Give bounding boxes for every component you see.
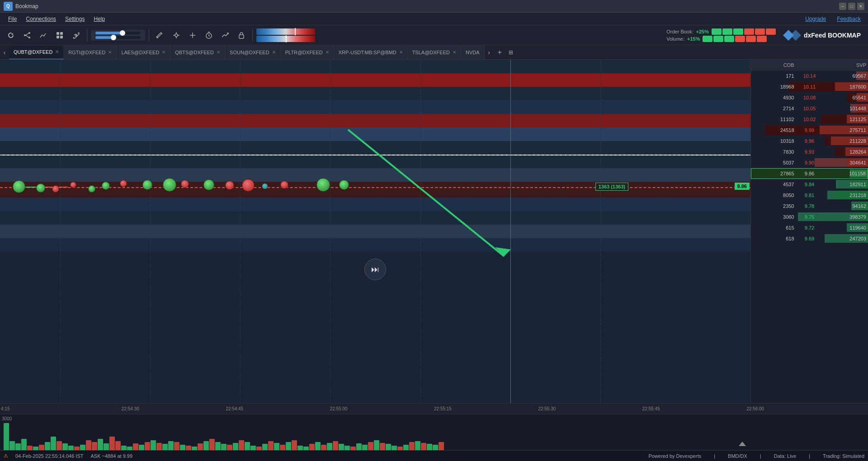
ob-svp-9.81: 231218 bbox=[823, 193, 868, 198]
chart-area[interactable]: 9.86 1363 (1363) bbox=[0, 60, 750, 403]
color-bar-top[interactable] bbox=[256, 28, 315, 35]
menu-help[interactable]: Help bbox=[89, 14, 109, 24]
vol-bar-65 bbox=[386, 444, 391, 450]
feedback-button[interactable]: Feedback bbox=[833, 14, 864, 24]
play-icon: ⏭ bbox=[371, 265, 379, 274]
vol-bar-71 bbox=[421, 443, 426, 450]
tab-qbts[interactable]: QBTS@DXFEED ✕ bbox=[170, 45, 225, 60]
tab-soun-close[interactable]: ✕ bbox=[272, 50, 276, 55]
tab-tsla[interactable]: TSLA@DXFEED ✕ bbox=[408, 45, 461, 60]
trade-dot-4 bbox=[70, 182, 76, 188]
ob-svp-9.75: 398379 bbox=[823, 214, 868, 220]
vol-bar-26 bbox=[156, 443, 162, 450]
chart-collapse-btn[interactable] bbox=[738, 441, 747, 448]
vol-bar-25 bbox=[151, 440, 156, 450]
svg-rect-8 bbox=[60, 36, 63, 38]
color-bar-bottom[interactable] bbox=[256, 36, 315, 42]
tab-rgti-close[interactable]: ✕ bbox=[108, 50, 112, 55]
vol-bar-43 bbox=[256, 447, 262, 450]
tab-qbts-close[interactable]: ✕ bbox=[217, 50, 220, 55]
tab-add-btn[interactable]: + bbox=[494, 45, 506, 60]
tab-rgti[interactable]: RGTI@DXFEED ✕ bbox=[64, 45, 117, 60]
slider-track-1[interactable] bbox=[95, 32, 141, 34]
ob-cob-10.14: 171 bbox=[751, 73, 796, 79]
toolbar-layers-btn[interactable] bbox=[52, 28, 67, 42]
tab-qubt[interactable]: QUBT@DXFEED ✕ bbox=[9, 45, 64, 60]
toolbar-crosshair-btn[interactable] bbox=[169, 28, 184, 42]
tab-laes[interactable]: LAES@DXFEED ✕ bbox=[117, 45, 170, 60]
timeline-volume-area: 4:15 22:54:30 22:54:45 22:55:00 22:55:15… bbox=[0, 403, 868, 450]
close-button[interactable]: ✕ bbox=[857, 3, 864, 10]
trade-dot-7 bbox=[120, 180, 127, 187]
time-label-1: 22:54:30 bbox=[122, 406, 139, 411]
ob-cob-9.93: 7830 bbox=[751, 149, 796, 155]
menu-settings[interactable]: Settings bbox=[61, 14, 89, 24]
tab-nvda[interactable]: NVDA bbox=[461, 45, 485, 60]
vol-bar-10 bbox=[62, 443, 68, 450]
trade-dot-3 bbox=[52, 185, 59, 193]
tab-xrp-close[interactable]: ✕ bbox=[399, 50, 403, 55]
ob-svp-9.78: 94162 bbox=[823, 203, 868, 209]
trade-dot-2 bbox=[36, 183, 45, 193]
toolbar-indicator-btn[interactable] bbox=[36, 28, 51, 42]
grid-line-5 bbox=[420, 60, 421, 403]
tab-prev-btn[interactable]: ‹ bbox=[0, 45, 9, 60]
ob-svp-10.08: 65541 bbox=[823, 95, 868, 100]
tab-pltr-close[interactable]: ✕ bbox=[326, 50, 329, 55]
tab-next-btn[interactable]: › bbox=[485, 45, 494, 60]
vol-bar-67 bbox=[397, 447, 403, 450]
tab-soun[interactable]: SOUN@DXFEED ✕ bbox=[225, 45, 281, 60]
toolbar-timer-btn[interactable] bbox=[202, 28, 216, 42]
trade-dot-9 bbox=[163, 178, 176, 192]
minimize-button[interactable]: ─ bbox=[839, 3, 846, 10]
toolbar-draw-btn[interactable] bbox=[153, 28, 167, 42]
upgrade-button[interactable]: Upgrade bbox=[802, 14, 830, 24]
vol-bar-20 bbox=[121, 446, 127, 450]
trade-dot-11 bbox=[203, 179, 214, 190]
toolbar-trend-btn[interactable] bbox=[218, 28, 232, 42]
price-band-9.81 bbox=[0, 211, 750, 225]
vol-bar-69 bbox=[409, 442, 415, 450]
toolbar-reload-btn[interactable] bbox=[4, 28, 18, 42]
status-divider-2: | bbox=[760, 453, 761, 459]
toolbar-sep-1 bbox=[87, 29, 87, 42]
ob-cob-10.02: 11102 bbox=[751, 117, 796, 122]
ob-svp-9.86: 101158 bbox=[823, 171, 868, 176]
app-icon: Q bbox=[4, 2, 13, 11]
status-warning-icon: ⚠ bbox=[4, 453, 8, 459]
toolbar-plus-btn[interactable] bbox=[185, 28, 200, 42]
tab-xrp[interactable]: XRP-USDT:MB:SP@BMD ✕ bbox=[334, 45, 408, 60]
toolbar-lock-btn[interactable] bbox=[234, 28, 249, 42]
color-bar-control[interactable] bbox=[256, 28, 320, 42]
vol-bar-73 bbox=[433, 445, 438, 450]
play-button[interactable]: ⏭ bbox=[364, 259, 386, 280]
slider-track-2[interactable] bbox=[95, 36, 141, 39]
ob-row-10.11: 1896810.11187600 bbox=[751, 81, 868, 92]
menu-file[interactable]: File bbox=[4, 14, 21, 24]
slider-control-1[interactable] bbox=[91, 30, 145, 41]
ob-row-10.02: 1110210.02121125 bbox=[751, 114, 868, 125]
ob-cob-9.90: 5037 bbox=[751, 160, 796, 165]
maximize-button[interactable]: □ bbox=[848, 3, 855, 10]
ob-rows-container: 17110.14695671896810.11187600493010.0865… bbox=[751, 71, 868, 244]
status-trading: Trading: Simulated bbox=[823, 453, 864, 459]
order-book-panel: COB SVP 17110.14695671896810.11187600493… bbox=[750, 60, 868, 403]
ob-cob-9.96: 10318 bbox=[751, 138, 796, 144]
tab-qubt-close[interactable]: ✕ bbox=[55, 49, 59, 54]
dxfeed-text: dxFeed BOOKMAP bbox=[804, 32, 861, 39]
status-bar: ⚠ 04-Feb-2025 22:55:14.046 IST ASK ~4884… bbox=[0, 450, 868, 461]
toolbar-share-btn[interactable] bbox=[20, 28, 34, 42]
ob-price-9.78: 9.78 bbox=[796, 203, 823, 209]
menu-connections[interactable]: Connections bbox=[21, 14, 61, 24]
tab-tsla-close[interactable]: ✕ bbox=[453, 50, 456, 55]
tab-pltr[interactable]: PLTR@DXFEED ✕ bbox=[281, 45, 334, 60]
ob-price-10.14: 10.14 bbox=[796, 73, 823, 79]
tab-laes-close[interactable]: ✕ bbox=[162, 50, 165, 55]
tab-collapse-btn[interactable]: ⊞ bbox=[506, 45, 515, 60]
toolbar-link-btn[interactable] bbox=[69, 28, 83, 42]
toolbar: Order Book: +25% Volume: +15% bbox=[0, 25, 868, 45]
vol-bar-19 bbox=[115, 441, 121, 450]
ob-svp-9.96: 211228 bbox=[823, 138, 868, 144]
price-band-10.14 bbox=[0, 60, 750, 73]
ob-price-10.11: 10.11 bbox=[796, 84, 823, 89]
